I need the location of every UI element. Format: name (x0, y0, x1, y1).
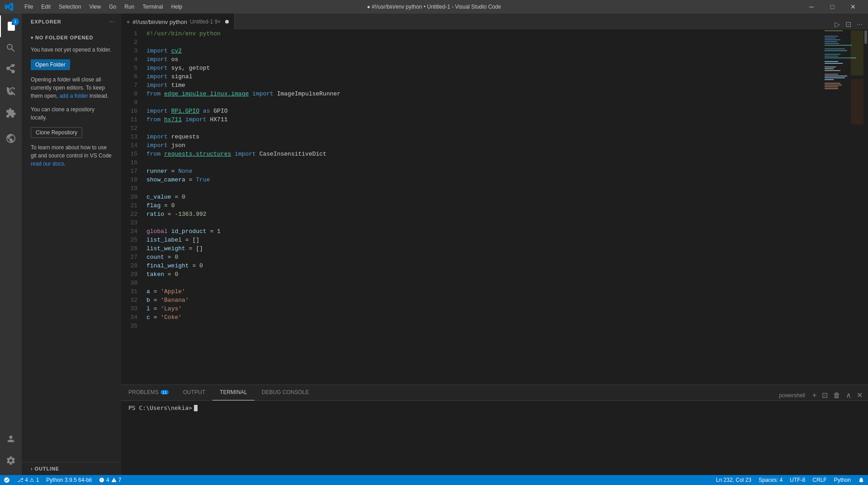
no-folder-title[interactable]: ▾ NO FOLDER OPENED (31, 35, 112, 40)
svg-rect-17 (825, 70, 840, 71)
status-encoding-item[interactable]: UTF-8 (786, 475, 809, 485)
menu-edit[interactable]: Edit (38, 3, 54, 11)
code-line-1: #!/usr/bin/env python (146, 29, 824, 38)
code-line-33: l = 'Lays' (146, 304, 824, 313)
svg-rect-3 (825, 38, 836, 38)
status-bar: ⎇ 4 ⚠ 1 Python 3.9.5 64-bit 4 7 Ln 232, … (0, 475, 868, 485)
editor-scrollbar[interactable] (863, 29, 868, 385)
status-eol-text: CRLF (812, 477, 826, 483)
panel-tab-output[interactable]: OUTPUT (176, 385, 212, 400)
svg-rect-6 (825, 43, 839, 44)
add-folder-link[interactable]: add a folder (59, 93, 88, 99)
svg-rect-20 (825, 77, 845, 78)
status-language-item[interactable]: Python (830, 475, 854, 485)
code-line-31: a = 'Apple' (146, 287, 824, 296)
code-content[interactable]: #!/usr/bin/env python import cv2 import … (141, 29, 824, 385)
svg-rect-25 (825, 88, 838, 89)
code-editor[interactable]: 12345 678910 1112131415 1617181920 21222… (121, 29, 868, 385)
close-button[interactable]: ✕ (843, 0, 863, 14)
sidebar: EXPLORER ··· ▾ NO FOLDER OPENED You have… (22, 14, 121, 475)
svg-rect-26 (851, 30, 863, 76)
activity-bar-search[interactable] (0, 37, 22, 59)
maximize-button[interactable]: □ (822, 0, 843, 14)
status-remote-item[interactable] (0, 475, 14, 485)
status-eol-item[interactable]: CRLF (809, 475, 830, 485)
notification-icon (858, 477, 864, 483)
activity-bar-settings[interactable] (0, 450, 22, 471)
split-terminal-button[interactable]: ⊡ (820, 390, 830, 400)
menu-view[interactable]: View (85, 3, 104, 11)
minimize-button[interactable]: ─ (801, 0, 822, 14)
problems-label: PROBLEMS (128, 389, 159, 395)
activity-bar-run[interactable] (0, 81, 22, 102)
svg-rect-14 (825, 63, 843, 64)
chevron-right-icon: › (31, 466, 33, 471)
status-errors-item[interactable]: 4 7 (95, 475, 125, 485)
menu-run[interactable]: Run (121, 3, 138, 11)
title-bar-controls[interactable]: ─ □ ✕ (801, 0, 863, 14)
title-bar-menu[interactable]: File Edit Selection View Go Run Terminal… (21, 3, 186, 11)
bottom-panel: PROBLEMS 11 OUTPUT TERMINAL DEBUG CONSOL… (121, 385, 868, 475)
svg-rect-27 (851, 79, 863, 124)
source-control-icon (5, 64, 16, 75)
code-line-13: import requests (146, 133, 824, 141)
svg-rect-16 (825, 68, 834, 69)
activity-bar-extensions[interactable] (0, 102, 22, 124)
status-branch-item[interactable]: ⎇ 4 ⚠ 1 (14, 475, 42, 485)
status-spaces-item[interactable]: Spaces: 4 (755, 475, 786, 485)
activity-bar-explorer[interactable]: 1 (0, 15, 22, 37)
status-notification-item[interactable] (854, 475, 868, 485)
panel-tab-problems[interactable]: PROBLEMS 11 (121, 385, 176, 400)
close-panel-button[interactable]: ✕ (855, 390, 864, 400)
code-line-34: c = 'Coke' (146, 313, 824, 322)
code-line-20: c_value = 0 (146, 193, 824, 201)
warning-icon (111, 477, 117, 483)
menu-file[interactable]: File (21, 3, 37, 11)
title-bar-title: ● #!/usr/bin/env python • Untitled-1 - V… (367, 4, 501, 10)
menu-go[interactable]: Go (105, 3, 120, 11)
svg-rect-11 (825, 56, 838, 57)
code-line-19 (146, 184, 824, 193)
menu-terminal[interactable]: Terminal (139, 3, 166, 11)
no-folder-label: NO FOLDER OPENED (35, 35, 93, 40)
panel-actions: powershell + ⊡ 🗑 ∧ ✕ (775, 390, 868, 400)
code-line-7: import time (146, 81, 824, 90)
status-position-item[interactable]: Ln 232, Col 23 (712, 475, 755, 485)
maximize-panel-button[interactable]: ∧ (844, 390, 853, 400)
tab-label: Untitled-1 9+ (190, 19, 221, 25)
menu-selection[interactable]: Selection (55, 3, 85, 11)
panel-tab-debug-console[interactable]: DEBUG CONSOLE (255, 385, 316, 400)
code-line-3: import cv2 (146, 47, 824, 55)
open-folder-button[interactable]: Open Folder (31, 59, 70, 70)
code-line-30 (146, 279, 824, 287)
status-python-item[interactable]: Python 3.9.5 64-bit (42, 475, 95, 485)
run-button[interactable]: ▷ (833, 19, 842, 29)
code-line-26: list_weight = [] (146, 244, 824, 253)
editor-tab-active[interactable]: ● #!/usr/bin/env python Untitled-1 9+ (121, 14, 235, 29)
code-line-11: from hx711 import HX711 (146, 115, 824, 124)
svg-rect-22 (825, 83, 840, 84)
status-position-text: Ln 232, Col 23 (716, 477, 751, 483)
menu-help[interactable]: Help (168, 3, 186, 11)
status-language-text: Python (834, 477, 851, 483)
terminal-content[interactable]: PS C:\Users\nekia> (121, 401, 868, 475)
code-line-23 (146, 219, 824, 227)
split-editor-button[interactable]: ⊡ (844, 19, 853, 29)
read-docs-link[interactable]: read our docs (31, 161, 64, 167)
sidebar-more-actions[interactable]: ··· (108, 17, 116, 27)
code-line-16 (146, 158, 824, 167)
new-terminal-button[interactable]: + (811, 390, 818, 400)
outline-label: OUTLINE (35, 466, 59, 471)
more-actions-button[interactable]: ··· (855, 19, 864, 29)
extensions-icon (5, 108, 16, 119)
code-line-15: from requests.structures import CaseInse… (146, 150, 824, 158)
activity-bar-source-control[interactable] (0, 59, 22, 81)
panel-tab-terminal[interactable]: TERMINAL (212, 385, 255, 400)
svg-rect-15 (825, 67, 836, 67)
activity-bar-accounts[interactable] (0, 428, 22, 450)
activity-bar-remote[interactable] (0, 128, 22, 149)
sidebar-header-actions[interactable]: ··· (108, 17, 116, 27)
outline-title[interactable]: › OUTLINE (22, 464, 121, 473)
clone-repository-button[interactable]: Clone Repository (31, 127, 82, 138)
kill-terminal-button[interactable]: 🗑 (831, 390, 842, 400)
